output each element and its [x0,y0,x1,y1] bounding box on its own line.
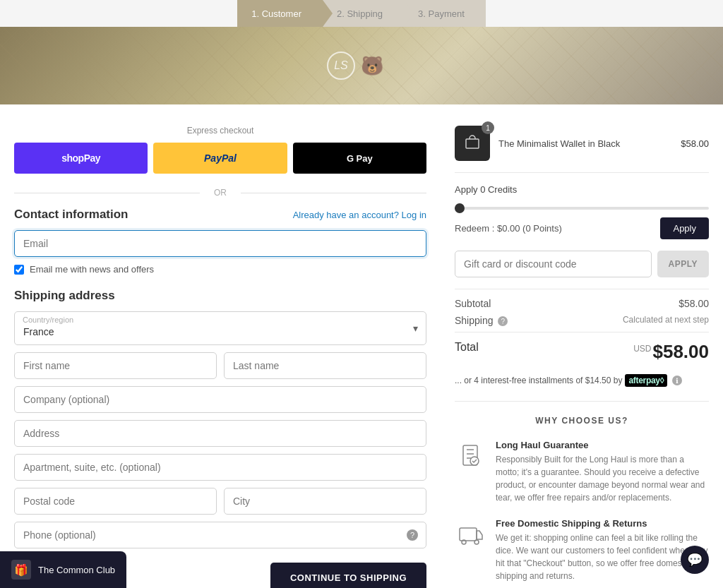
why-shipping-content: Free Domestic Shipping & Returns We get … [496,518,709,582]
why-guarantee-body: Responsibly Built for the Long Haul is m… [496,453,709,504]
address-input[interactable] [14,420,426,447]
credits-slider[interactable] [455,207,709,210]
svg-rect-3 [460,528,477,541]
phone-wrapper: ? [14,522,426,548]
first-name-input[interactable] [14,352,217,379]
order-quantity-badge: 1 [482,121,494,134]
step-customer-label: 1. Customer [251,8,301,19]
newsletter-row: Email me with news and offers [14,264,426,275]
shipping-row: Shipping ? Calculated at next step [455,315,709,326]
newsletter-checkbox[interactable] [14,265,24,275]
gpay-button[interactable]: G Pay [293,143,426,174]
common-club-icon: 🎁 [11,560,31,580]
why-choose-title: WHY CHOOSE US? [455,416,709,426]
country-wrapper: Country/region France United States Unit… [14,311,426,345]
contact-title: Contact information [14,208,129,222]
discount-apply-button[interactable]: APPLY [657,251,709,277]
credits-section: Apply 0 Credits Redeem : $0.00 (0 Points… [455,184,709,239]
svg-rect-0 [466,139,479,148]
why-guarantee-content: Long Haul Guarantee Responsibly Built fo… [496,440,709,504]
express-checkout-section: Express checkout shopPay PayPal G Pay [14,126,426,174]
shipping-icon [455,518,486,549]
continue-to-shipping-button[interactable]: CONTINUE TO SHIPPING [270,563,426,588]
discount-row: APPLY [455,251,709,277]
city-input[interactable] [224,488,426,515]
shipping-label: Shipping ? [455,315,508,326]
subtotal-label: Subtotal [455,298,491,309]
credits-redeem-row: Redeem : $0.00 (0 Points) Apply [455,217,709,239]
order-item-name: The Minimalist Wallet in Black [498,138,672,149]
total-row: Total USD$58.00 [455,332,709,363]
total-label: Total [455,341,479,363]
checkout-progress: 1. Customer 2. Shipping 3. Payment [0,0,723,27]
gpay-label: G Pay [347,153,373,164]
order-image-wrapper: 1 [455,126,490,161]
credits-slider-wrapper [455,200,709,212]
phone-help-icon[interactable]: ? [407,529,418,541]
paypal-label: PayPal [204,152,237,164]
name-row [14,352,426,379]
hero-banner: LS 🐻 [0,27,723,104]
shipping-title: Shipping address [14,289,115,303]
hero-logo: LS 🐻 [327,52,396,80]
logo-bear-icon: 🐻 [361,55,396,76]
guarantee-icon [455,440,486,471]
why-item-shipping: Free Domestic Shipping & Returns We get … [455,518,709,582]
order-item: 1 The Minimalist Wallet in Black $58.00 [455,126,709,173]
common-club-bar[interactable]: 🎁 The Common Club [0,551,126,588]
credits-redeem-text: Redeem : $0.00 (0 Points) [455,223,562,234]
subtotal-value: $58.00 [679,298,709,309]
step-customer[interactable]: 1. Customer [237,0,323,27]
step-shipping[interactable]: 2. Shipping [323,0,404,27]
or-divider: OR [14,188,426,198]
afterpay-row: ... or 4 interest-free installments of $… [455,374,709,387]
express-checkout-buttons: shopPay PayPal G Pay [14,143,426,174]
why-item-guarantee: Long Haul Guarantee Responsibly Built fo… [455,440,709,504]
shipping-section-header: Shipping address [14,289,426,303]
chat-button[interactable]: 💬 [681,546,709,574]
order-item-price: $58.00 [681,138,709,149]
subtotal-row: Subtotal $58.00 [455,298,709,309]
why-choose-section: WHY CHOOSE US? Long Haul Guarantee Respo… [455,401,709,588]
last-name-input[interactable] [224,352,426,379]
email-input[interactable] [14,230,426,257]
apply-credits-button[interactable]: Apply [660,217,709,239]
why-shipping-body: We get it: shopping online can feel a bi… [496,532,709,582]
chat-icon: 💬 [687,552,703,568]
step-payment[interactable]: 3. Payment [404,0,486,27]
paypal-button[interactable]: PayPal [153,143,287,174]
why-shipping-heading: Free Domestic Shipping & Returns [496,518,709,529]
credits-title: Apply 0 Credits [455,184,709,195]
login-link[interactable]: Log in [402,210,426,220]
country-select[interactable]: France United States United Kingdom Germ… [14,311,426,345]
common-club-label: The Common Club [38,565,115,575]
newsletter-label: Email me with news and offers [30,264,154,275]
why-guarantee-heading: Long Haul Guarantee [496,440,709,450]
company-input[interactable] [14,386,426,413]
apt-input[interactable] [14,454,426,481]
shipping-value: Calculated at next step [623,315,709,326]
total-currency: USD [633,344,651,354]
express-checkout-title: Express checkout [14,126,426,136]
step-shipping-label: 2. Shipping [337,8,383,19]
step-payment-label: 3. Payment [418,8,465,19]
left-column: Express checkout shopPay PayPal G Pay OR… [14,126,426,588]
total-value: USD$58.00 [633,341,709,363]
country-label: Country/region [23,316,73,324]
contact-section-header: Contact information Already have an acco… [14,208,426,222]
afterpay-info-icon[interactable]: ℹ [672,376,682,385]
totals-section: Subtotal $58.00 Shipping ? Calculated at… [455,289,709,363]
login-prompt: Already have an account? Log in [293,210,426,220]
postal-city-row [14,488,426,515]
logo-emblem: LS [327,52,355,80]
shipping-help-icon[interactable]: ? [498,316,508,326]
shoppay-label: shopPay [61,152,100,164]
discount-code-input[interactable] [455,251,652,277]
phone-input[interactable] [14,522,426,548]
shoppay-button[interactable]: shopPay [14,143,148,174]
postal-input[interactable] [14,488,217,515]
afterpay-text: ... or 4 interest-free installments of $… [455,376,622,385]
right-column: 1 The Minimalist Wallet in Black $58.00 … [455,126,709,588]
afterpay-logo: afterpay◊ [625,374,667,387]
